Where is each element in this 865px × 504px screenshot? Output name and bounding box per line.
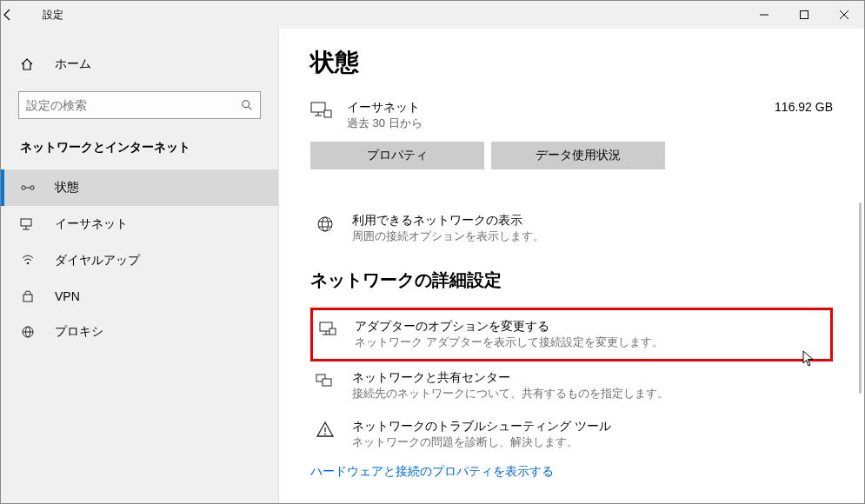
search-box[interactable] bbox=[18, 91, 261, 119]
sharing-icon bbox=[316, 370, 336, 389]
nav-label: ダイヤルアップ bbox=[55, 253, 140, 269]
ethernet-icon bbox=[20, 218, 36, 230]
nav-ethernet[interactable]: イーサネット bbox=[1, 206, 278, 242]
search-input[interactable] bbox=[26, 98, 253, 112]
troubleshoot-sub: ネットワークの問題を診断し、解決します。 bbox=[352, 434, 611, 450]
show-networks-title: 利用できるネットワークの表示 bbox=[352, 213, 544, 229]
nav-label: 状態 bbox=[55, 180, 79, 196]
ethernet-monitor-icon bbox=[310, 100, 331, 121]
back-button[interactable] bbox=[1, 8, 39, 22]
adapter-icon bbox=[318, 319, 339, 338]
show-networks-link[interactable]: 利用できるネットワークの表示 周囲の接続オプションを表示します。 bbox=[310, 204, 833, 253]
warning-icon bbox=[316, 419, 336, 438]
sharing-title: ネットワークと共有センター bbox=[352, 370, 669, 386]
maximize-button[interactable] bbox=[784, 1, 824, 29]
sidebar: ホーム ネットワークとインターネット 状態 イーサネット ダイヤルアップ bbox=[1, 29, 279, 504]
adapter-sub: ネットワーク アダプターを表示して接続設定を変更します。 bbox=[355, 335, 663, 350]
svg-line-5 bbox=[249, 107, 252, 110]
svg-point-4 bbox=[243, 101, 250, 108]
category-title: ネットワークとインターネット bbox=[1, 129, 278, 169]
troubleshoot-title: ネットワークのトラブルシューティング ツール bbox=[352, 419, 611, 434]
svg-point-21 bbox=[318, 217, 332, 231]
adapter-title: アダプターのオプションを変更する bbox=[355, 319, 663, 335]
status-icon bbox=[20, 182, 36, 194]
dialup-icon bbox=[20, 255, 36, 267]
nav-dialup[interactable]: ダイヤルアップ bbox=[1, 242, 278, 279]
data-usage-button[interactable]: データ使用状況 bbox=[491, 142, 665, 169]
search-icon bbox=[241, 99, 253, 111]
sharing-center-link[interactable]: ネットワークと共有センター 接続先のネットワークについて、共有するものを指定しま… bbox=[310, 361, 833, 410]
network-summary: イーサネット 過去 30 日から 116.92 GB bbox=[310, 100, 833, 131]
svg-rect-30 bbox=[323, 379, 331, 386]
window-controls bbox=[744, 1, 864, 29]
svg-point-32 bbox=[324, 434, 326, 435]
svg-rect-1 bbox=[801, 11, 808, 19]
content-area: 状態 イーサネット 過去 30 日から 116.92 GB プロパティ データ使… bbox=[279, 29, 864, 504]
window-title: 設定 bbox=[43, 8, 63, 23]
hardware-properties-link[interactable]: ハードウェアと接続のプロパティを表示する bbox=[310, 459, 554, 485]
button-row: プロパティ データ使用状況 bbox=[310, 142, 833, 169]
scrollbar[interactable] bbox=[859, 202, 862, 394]
network-usage: 116.92 GB bbox=[755, 100, 833, 114]
nav-label: VPN bbox=[55, 289, 80, 303]
svg-point-6 bbox=[22, 186, 25, 189]
titlebar: 設定 bbox=[1, 1, 864, 29]
network-name: イーサネット bbox=[347, 100, 739, 116]
properties-button[interactable]: プロパティ bbox=[310, 142, 484, 169]
home-icon bbox=[20, 57, 36, 71]
nav-status[interactable]: 状態 bbox=[1, 169, 278, 206]
home-link[interactable]: ホーム bbox=[1, 50, 278, 79]
svg-point-22 bbox=[323, 217, 329, 231]
svg-rect-13 bbox=[23, 295, 32, 302]
home-label: ホーム bbox=[55, 56, 91, 72]
svg-point-12 bbox=[27, 262, 30, 265]
proxy-icon bbox=[20, 326, 36, 338]
svg-rect-20 bbox=[324, 110, 331, 117]
sharing-sub: 接続先のネットワークについて、共有するものを指定します。 bbox=[352, 386, 669, 401]
svg-point-7 bbox=[30, 186, 34, 189]
svg-rect-9 bbox=[21, 219, 31, 226]
svg-rect-17 bbox=[311, 103, 325, 112]
adapter-options-link[interactable]: アダプターのオプションを変更する ネットワーク アダプターを表示して接続設定を変… bbox=[310, 308, 833, 361]
svg-rect-28 bbox=[329, 328, 336, 335]
minimize-button[interactable] bbox=[744, 1, 784, 29]
troubleshoot-link[interactable]: ネットワークのトラブルシューティング ツール ネットワークの問題を診断し、解決し… bbox=[310, 410, 833, 459]
advanced-section-heading: ネットワークの詳細設定 bbox=[310, 269, 833, 292]
network-sub: 過去 30 日から bbox=[347, 116, 739, 131]
page-heading: 状態 bbox=[310, 46, 833, 79]
nav-label: イーサネット bbox=[55, 216, 128, 232]
close-button[interactable] bbox=[824, 1, 864, 29]
nav-proxy[interactable]: プロキシ bbox=[1, 314, 278, 350]
nav-vpn[interactable]: VPN bbox=[1, 279, 278, 314]
nav-label: プロキシ bbox=[55, 324, 103, 340]
show-networks-sub: 周囲の接続オプションを表示します。 bbox=[352, 229, 544, 244]
vpn-icon bbox=[20, 290, 36, 302]
globe-icon bbox=[316, 213, 336, 234]
